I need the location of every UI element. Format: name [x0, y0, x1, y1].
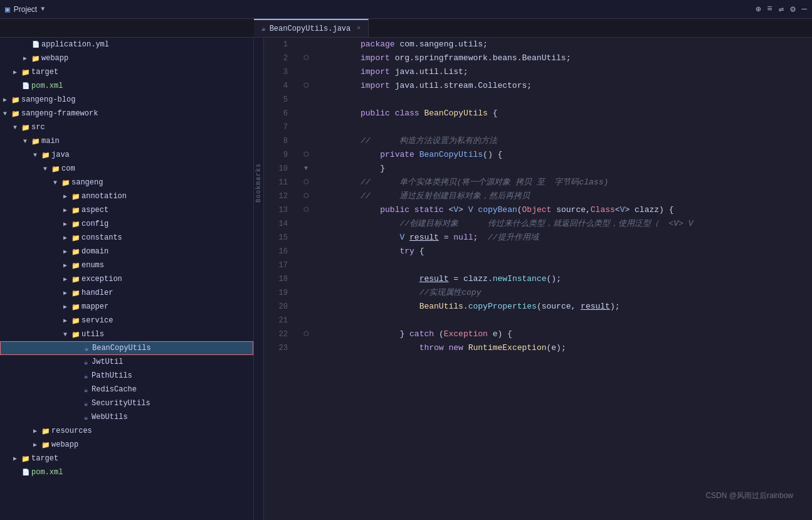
sidebar-item-target2[interactable]: ▶ 📁 target	[0, 452, 253, 465]
locate-icon[interactable]: ⊕	[756, 4, 761, 14]
collapse-icon[interactable]: ⇌	[779, 4, 784, 14]
sidebar-item-constants[interactable]: ▶ 📁 constants	[0, 231, 253, 245]
sidebar-label-target2: target	[31, 454, 58, 463]
sidebar-item-src[interactable]: ▼ 📁 src	[0, 120, 253, 134]
sidebar-item-pom-xml1[interactable]: 📄 pom.xml	[0, 79, 253, 93]
sidebar-item-jwtutil[interactable]: ☕ JwtUtil	[0, 355, 253, 369]
project-icon: ▣	[5, 4, 10, 14]
sidebar-item-securityutils[interactable]: ☕ SecurityUtils	[0, 396, 253, 410]
gutter-12: ⬡	[300, 189, 312, 203]
sidebar-item-annotation[interactable]: ▶ 📁 annotation	[0, 189, 253, 203]
line-num-16: 16	[269, 245, 288, 258]
sidebar-item-aspect[interactable]: ▶ 📁 aspect	[0, 203, 253, 217]
sidebar-item-utils[interactable]: ▼ 📁 utils	[0, 327, 253, 341]
sidebar-item-enums[interactable]: ▶ 📁 enums	[0, 258, 253, 272]
arrow-domain[interactable]: ▶	[60, 248, 70, 255]
sidebar-item-mapper[interactable]: ▶ 📁 mapper	[0, 300, 253, 314]
minimize-icon[interactable]: —	[802, 4, 807, 14]
arrow-java[interactable]: ▼	[30, 152, 40, 159]
line-num-8: 8	[269, 134, 288, 148]
sidebar-item-handler[interactable]: ▶ 📁 handler	[0, 286, 253, 300]
tab-close-button[interactable]: ×	[357, 25, 361, 32]
sidebar-item-webapp1[interactable]: ▶ 📁 webapp	[0, 51, 253, 65]
watermark: CSDN @风雨过后rainbow	[705, 491, 793, 501]
arrow-resources[interactable]: ▶	[30, 427, 40, 435]
sidebar-item-rediscache[interactable]: ☕ RedisCache	[0, 383, 253, 396]
arrow-target1[interactable]: ▶	[10, 68, 20, 76]
sidebar-item-com[interactable]: ▼ 📁 com	[0, 162, 253, 176]
arrow-handler[interactable]: ▶	[60, 289, 70, 297]
code-line-6: public class BeanCopyUtils {	[300, 107, 812, 120]
folder-java-icon: 📁	[40, 151, 51, 159]
sidebar-item-pathutils[interactable]: ☕ PathUtils	[0, 369, 253, 383]
line-num-18: 18	[269, 272, 288, 286]
sidebar-item-service[interactable]: ▶ 📁 service	[0, 314, 253, 327]
arrow-webapp2[interactable]: ▶	[30, 441, 40, 448]
code-text-23: throw new RuntimeException(e);	[312, 327, 812, 369]
sidebar-label-annotation: annotation	[82, 192, 127, 201]
file-xml1-icon: 📄	[20, 82, 31, 90]
arrow-sangeng-blog[interactable]: ▶	[0, 96, 10, 103]
code-content[interactable]: package com.sangeng.utils; ⬡ import org.…	[295, 38, 812, 520]
sidebar-label-jwtutil: JwtUtil	[92, 358, 123, 366]
sidebar-item-beancopyutils[interactable]: ☕ BeanCopyUtils	[0, 341, 253, 355]
folder-mapper-icon: 📁	[70, 303, 82, 311]
sidebar-item-exception[interactable]: ▶ 📁 exception	[0, 272, 253, 286]
line-num-23: 23	[269, 341, 288, 355]
sidebar-item-webutils[interactable]: ☕ WebUtils	[0, 410, 253, 424]
sidebar-label-webutils: WebUtils	[92, 413, 128, 422]
sidebar-label-com: com	[61, 164, 75, 173]
sidebar-item-sangeng-blog[interactable]: ▶ 📁 sangeng-blog	[0, 93, 253, 107]
code-editor[interactable]: 1 2 3 4 5 6 7 8 9 10 11 12 13 14 15 16 1…	[264, 38, 812, 520]
sidebar-item-sangeng[interactable]: ▼ 📁 sangeng	[0, 176, 253, 189]
arrow-utils[interactable]: ▼	[60, 331, 70, 338]
arrow-sangeng-framework[interactable]: ▼	[0, 110, 10, 117]
settings-icon[interactable]: ⚙	[790, 4, 795, 14]
sidebar-item-pom-xml2[interactable]: 📄 pom.xml	[0, 465, 253, 479]
sidebar-item-config[interactable]: ▶ 📁 config	[0, 217, 253, 231]
line-num-2: 2	[269, 51, 288, 65]
sidebar-label-webapp1: webapp	[41, 54, 68, 63]
top-bar-left: ▣ Project ▼	[5, 4, 45, 14]
line-num-20: 20	[269, 300, 288, 314]
gutter-22: ⬡	[300, 327, 312, 341]
arrow-enums[interactable]: ▶	[60, 262, 70, 269]
arrow-exception[interactable]: ▶	[60, 275, 70, 283]
dropdown-arrow[interactable]: ▼	[41, 6, 45, 13]
line-num-3: 3	[269, 65, 288, 79]
arrow-service[interactable]: ▶	[60, 317, 70, 324]
arrow-main[interactable]: ▼	[20, 138, 30, 145]
folder-sangeng-framework-icon: 📁	[10, 110, 21, 118]
sidebar-item-webapp2[interactable]: ▶ 📁 webapp	[0, 438, 253, 452]
sidebar-label-target1: target	[31, 68, 58, 77]
arrow-mapper[interactable]: ▶	[60, 303, 70, 310]
line-num-15: 15	[269, 231, 288, 245]
arrow-config[interactable]: ▶	[60, 220, 70, 228]
file-jwtutil-icon: ☕	[80, 358, 92, 366]
sidebar-item-resources[interactable]: ▶ 📁 resources	[0, 424, 253, 438]
arrow-aspect[interactable]: ▶	[60, 206, 70, 214]
sidebar-item-target1[interactable]: ▶ 📁 target	[0, 65, 253, 79]
sidebar-item-domain[interactable]: ▶ 📁 domain	[0, 245, 253, 258]
line-num-7: 7	[269, 120, 288, 134]
bookmarks-bar: Bookmarks	[254, 38, 264, 520]
line-num-5: 5	[269, 93, 288, 107]
sidebar-item-sangeng-framework[interactable]: ▼ 📁 sangeng-framework	[0, 107, 253, 120]
arrow-src[interactable]: ▼	[10, 124, 20, 131]
sidebar-item-java[interactable]: ▼ 📁 java	[0, 148, 253, 162]
arrow-annotation[interactable]: ▶	[60, 193, 70, 200]
arrow-webapp1[interactable]: ▶	[20, 55, 30, 62]
arrow-target2[interactable]: ▶	[10, 455, 20, 462]
folder-aspect-icon: 📁	[70, 206, 82, 215]
sidebar-item-application-yml[interactable]: 📄 application.yml	[0, 38, 253, 51]
tab-beancopyutils[interactable]: ☕ BeanCopyUtils.java ×	[254, 19, 369, 37]
arrow-constants[interactable]: ▶	[60, 234, 70, 241]
line-num-21: 21	[269, 314, 288, 327]
arrow-com[interactable]: ▼	[40, 166, 50, 172]
sidebar-label-pom-xml2: pom.xml	[31, 468, 63, 477]
folder-service-icon: 📁	[70, 317, 82, 325]
structure-icon[interactable]: ≡	[767, 4, 772, 14]
sidebar-item-main[interactable]: ▼ 📁 main	[0, 134, 253, 148]
folder-domain-icon: 📁	[70, 248, 82, 256]
arrow-sangeng[interactable]: ▼	[50, 179, 60, 186]
